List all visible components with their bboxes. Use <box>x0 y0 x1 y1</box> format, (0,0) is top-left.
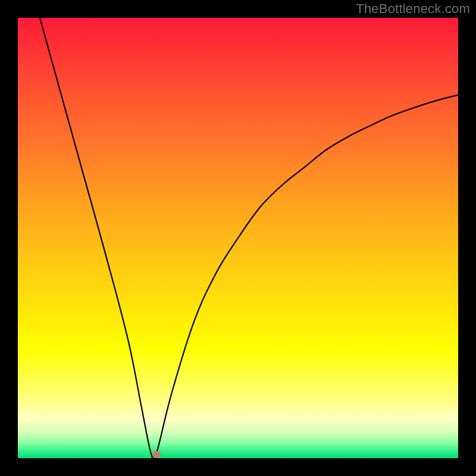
background-gradient <box>18 18 458 458</box>
plot-area <box>18 18 458 458</box>
chart-frame: TheBottleneck.com <box>0 0 476 476</box>
watermark-text: TheBottleneck.com <box>356 1 470 17</box>
